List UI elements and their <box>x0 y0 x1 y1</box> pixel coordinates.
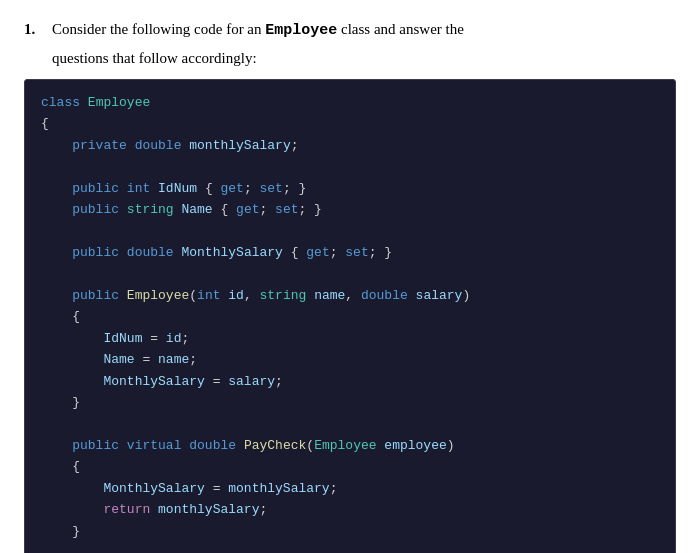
code-line-2: { <box>41 113 659 134</box>
code-line-4 <box>41 156 659 177</box>
code-line-5: public int IdNum { get; set; } <box>41 178 659 199</box>
code-line-6: public string Name { get; set; } <box>41 199 659 220</box>
code-line-20: return monthlySalary; <box>41 499 659 520</box>
code-line-12: IdNum = id; <box>41 328 659 349</box>
question-line2: questions that follow accordingly: <box>52 47 676 70</box>
code-line-18: { <box>41 456 659 477</box>
question-header: 1. Consider the following code for an Em… <box>24 18 676 43</box>
code-line-8: public double MonthlySalary { get; set; … <box>41 242 659 263</box>
code-line-11: { <box>41 306 659 327</box>
code-line-16 <box>41 414 659 435</box>
code-line-7 <box>41 221 659 242</box>
code-line-14: MonthlySalary = salary; <box>41 371 659 392</box>
code-line-15: } <box>41 392 659 413</box>
code-line-1: class Employee <box>41 92 659 113</box>
code-line-22 <box>41 542 659 553</box>
code-line-10: public Employee(int id, string name, dou… <box>41 285 659 306</box>
question-text: Consider the following code for an Emplo… <box>52 18 676 43</box>
code-line-13: Name = name; <box>41 349 659 370</box>
employee-inline-code: Employee <box>265 22 337 39</box>
code-line-9 <box>41 264 659 285</box>
question-container: 1. Consider the following code for an Em… <box>24 18 676 553</box>
code-line-17: public virtual double PayCheck(Employee … <box>41 435 659 456</box>
code-block: class Employee { private double monthlyS… <box>24 79 676 553</box>
code-line-21: } <box>41 521 659 542</box>
code-line-19: MonthlySalary = monthlySalary; <box>41 478 659 499</box>
code-line-3: private double monthlySalary; <box>41 135 659 156</box>
question-number: 1. <box>24 18 44 43</box>
